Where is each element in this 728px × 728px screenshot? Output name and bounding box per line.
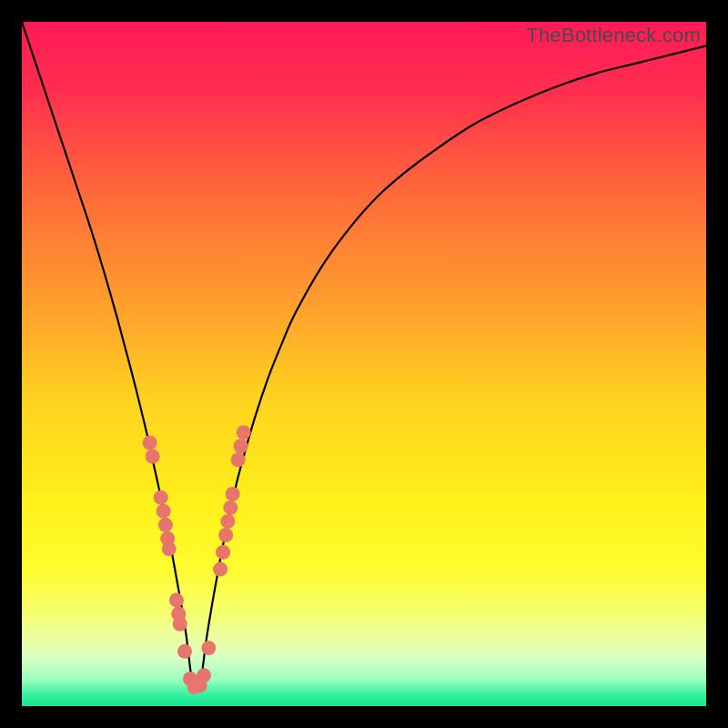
data-marker — [237, 425, 251, 440]
data-markers — [143, 425, 251, 694]
data-marker — [154, 490, 168, 505]
data-marker — [220, 514, 235, 529]
data-marker — [223, 500, 238, 515]
chart-svg — [22, 22, 706, 706]
data-marker — [216, 545, 230, 560]
data-marker — [143, 435, 157, 450]
data-marker — [226, 487, 240, 501]
chart-frame: TheBottleneck.com — [22, 22, 706, 706]
data-marker — [157, 504, 171, 519]
data-marker — [213, 562, 228, 577]
data-marker — [231, 452, 246, 467]
data-marker — [201, 641, 216, 655]
data-marker — [218, 528, 233, 542]
data-marker — [158, 518, 173, 532]
data-marker — [169, 592, 184, 607]
data-marker — [162, 541, 177, 556]
data-marker — [177, 644, 192, 659]
data-marker — [234, 439, 248, 453]
plot-area: TheBottleneck.com — [22, 22, 706, 706]
data-marker — [173, 617, 187, 632]
data-marker — [197, 668, 211, 682]
bottleneck-curve — [22, 22, 706, 692]
data-marker — [146, 450, 160, 464]
watermark-text: TheBottleneck.com — [526, 24, 701, 47]
